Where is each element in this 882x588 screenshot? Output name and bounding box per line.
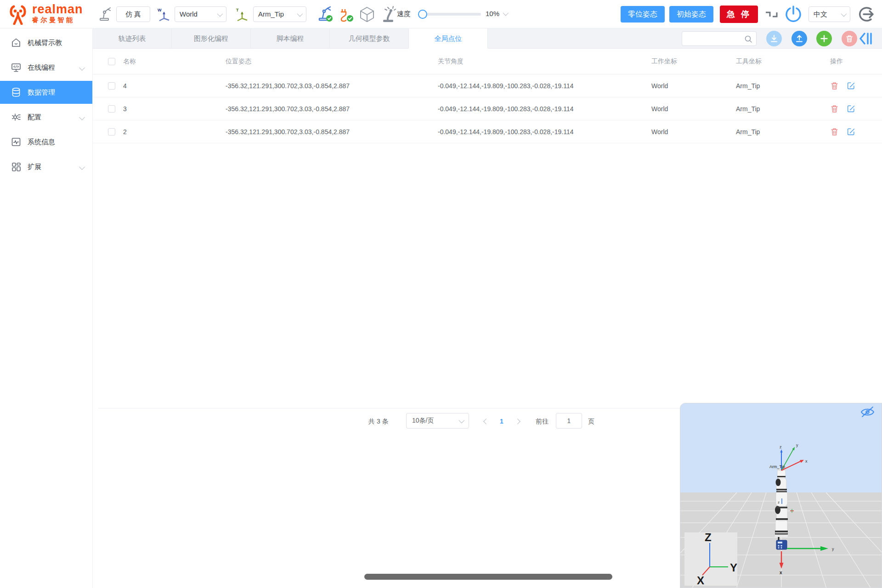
language-select[interactable]: 中文: [808, 6, 850, 22]
tip-axis-y-label: y: [796, 443, 798, 447]
realman-logo-icon: [7, 4, 28, 25]
tab-graphical-programming[interactable]: 图形化编程: [172, 28, 251, 49]
tip-axis-x-label: x: [805, 459, 808, 464]
cell-work-frame: World: [651, 82, 736, 90]
cell-joints: -0.049,-12.144,-19.809,-100.283,-0.028,-…: [438, 105, 651, 113]
edit-row-icon[interactable]: [847, 81, 855, 90]
next-page-button[interactable]: [514, 418, 520, 424]
brand-name: realman: [32, 3, 83, 16]
waveform-icon: [11, 137, 21, 147]
tool-frame-axis-icon: T: [235, 7, 249, 21]
col-header-operations: 操作: [830, 57, 882, 66]
delete-points-button[interactable]: [842, 31, 857, 46]
delete-row-icon[interactable]: [830, 81, 839, 90]
mid-axis-z-label: z: [778, 500, 780, 504]
base-axis-y-label: y: [832, 547, 834, 551]
tab-geometry-params[interactable]: 几何模型参数: [330, 28, 409, 49]
cube-model-icon[interactable]: [358, 6, 376, 23]
tab-global-points[interactable]: 全局点位: [409, 28, 488, 49]
sidebar-item-label: 系统信息: [28, 138, 55, 147]
page-unit-label: 页: [588, 418, 594, 426]
tool-frame-value: Arm_Tip: [258, 7, 284, 22]
logout-icon[interactable]: [857, 6, 876, 23]
tab-trajectory-list[interactable]: 轨迹列表: [93, 28, 172, 49]
horizontal-scrollbar-thumb[interactable]: [364, 574, 612, 580]
sidebar-item-label: 机械臂示教: [28, 39, 62, 47]
robot-arm-console: realman 睿尔曼智能 仿 真 W World T: [0, 0, 882, 588]
download-icon: [770, 34, 778, 43]
collision-detect-icon[interactable]: [380, 6, 397, 23]
sidebar-item-data-management[interactable]: 数据管理: [0, 81, 92, 104]
cell-work-frame: World: [651, 128, 736, 136]
cell-name: 2: [123, 128, 226, 136]
cell-tool-frame: Arm_Tip: [736, 82, 830, 90]
table-row[interactable]: 3 -356.32,121.291,300.702,3.03,-0.854,2.…: [93, 97, 882, 120]
upload-points-button[interactable]: [792, 31, 807, 46]
svg-text:W: W: [158, 8, 162, 12]
cell-name: 3: [123, 105, 226, 113]
delete-row-icon[interactable]: [830, 127, 839, 136]
collapse-panel-icon[interactable]: [859, 33, 873, 45]
gear-icon: [11, 112, 21, 122]
brand-text: realman 睿尔曼智能: [32, 3, 83, 24]
simulation-button[interactable]: 仿 真: [116, 6, 150, 22]
work-frame-select[interactable]: World: [175, 6, 226, 22]
triad-z-label: Z: [705, 531, 712, 543]
goto-page-input[interactable]: [556, 413, 582, 429]
table-row[interactable]: 2 -356.32,121.291,300.702,3.03,-0.854,2.…: [93, 120, 882, 143]
cell-work-frame: World: [651, 105, 736, 113]
power-icon[interactable]: [785, 6, 802, 23]
chevron-down-icon: [841, 11, 847, 17]
download-points-button[interactable]: [766, 31, 782, 46]
sidebar-item-teach[interactable]: 机械臂示教: [0, 31, 92, 54]
joint-align-icon[interactable]: [765, 8, 779, 20]
delete-row-icon[interactable]: [830, 104, 839, 113]
edit-row-icon[interactable]: [847, 127, 855, 136]
add-point-button[interactable]: [816, 31, 832, 46]
emergency-stop-button[interactable]: 急 停: [720, 6, 758, 23]
trash-icon: [845, 34, 854, 43]
row-checkbox[interactable]: [108, 105, 115, 113]
robot-3d-viewer[interactable]: z y x Arm_Tip z y x: [680, 403, 882, 588]
speed-chevron-icon[interactable]: [503, 10, 509, 16]
sidebar-item-online-programming[interactable]: 在线编程: [0, 56, 92, 79]
sidebar-item-label: 扩展: [28, 163, 41, 171]
triad-x-label: X: [697, 574, 704, 587]
page-size-select[interactable]: 10条/页: [406, 413, 469, 429]
arm-connection-status-icon[interactable]: [318, 6, 334, 22]
upload-icon: [795, 34, 803, 43]
cable-connection-status-icon[interactable]: [339, 6, 354, 22]
sidebar-item-config[interactable]: 配置: [0, 106, 92, 129]
chevron-down-icon: [79, 164, 85, 170]
row-checkbox[interactable]: [108, 128, 115, 136]
search-icon[interactable]: [744, 35, 752, 43]
row-checkbox[interactable]: [108, 82, 115, 90]
sidebar-item-extension[interactable]: 扩展: [0, 155, 92, 178]
work-frame-axis-icon: W: [157, 7, 171, 21]
tip-axis-z-label: z: [780, 445, 782, 449]
current-page-number[interactable]: 1: [500, 418, 503, 425]
tab-script-programming[interactable]: 脚本编程: [251, 28, 330, 49]
init-pose-button[interactable]: 初始姿态: [669, 6, 713, 23]
tool-frame-select[interactable]: Arm_Tip: [253, 6, 306, 22]
speed-slider-handle[interactable]: [418, 10, 427, 19]
table-row[interactable]: 4 -356.32,121.291,300.702,3.03,-0.854,2.…: [93, 74, 882, 97]
edit-row-icon[interactable]: [847, 104, 855, 113]
orientation-triad-panel: Z Y X: [684, 531, 737, 587]
top-toolbar: realman 睿尔曼智能 仿 真 W World T: [0, 0, 882, 28]
zero-pose-button[interactable]: 零位姿态: [621, 6, 665, 23]
prev-page-button[interactable]: [483, 418, 489, 424]
col-header-joints: 关节角度: [438, 57, 651, 66]
sidebar-item-system-info[interactable]: 系统信息: [0, 130, 92, 153]
cell-pose: -356.32,121.291,300.702,3.03,-0.854,2.88…: [226, 82, 438, 90]
table-header: 名称 位置姿态 关节角度 工作坐标 工具坐标 操作: [93, 49, 882, 74]
col-header-pose: 位置姿态: [226, 57, 438, 66]
select-all-checkbox[interactable]: [108, 58, 115, 65]
chevron-down-icon: [459, 417, 465, 423]
triad-y-label: Y: [730, 561, 737, 574]
search-input[interactable]: [686, 32, 741, 45]
apps-grid-icon: [11, 162, 21, 172]
speed-slider[interactable]: [419, 13, 481, 16]
cell-tool-frame: Arm_Tip: [736, 128, 830, 136]
speed-value: 10%: [486, 10, 499, 17]
